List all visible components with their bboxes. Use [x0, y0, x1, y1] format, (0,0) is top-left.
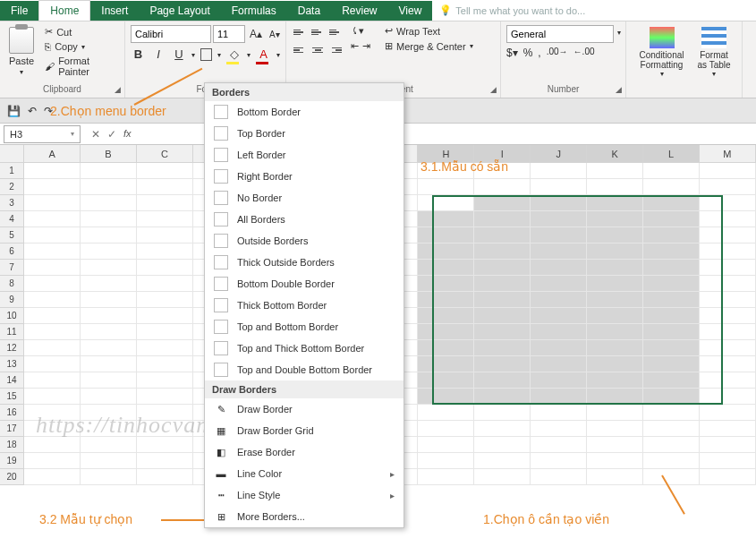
- border-option-tatbb[interactable]: Top and Thick Bottom Border: [205, 338, 403, 359]
- cell[interactable]: [643, 437, 700, 453]
- wrap-text-button[interactable]: ↩Wrap Text: [385, 25, 473, 37]
- cell[interactable]: [643, 356, 700, 372]
- border-option-nb[interactable]: No Border: [205, 187, 403, 209]
- cell[interactable]: [700, 437, 756, 453]
- cell[interactable]: [137, 308, 193, 324]
- cell[interactable]: [418, 469, 474, 485]
- cell[interactable]: [643, 244, 700, 260]
- cell[interactable]: [587, 211, 643, 227]
- save-button[interactable]: 💾: [7, 105, 21, 117]
- cell[interactable]: [24, 244, 81, 260]
- cell[interactable]: [587, 260, 643, 276]
- cell[interactable]: [700, 227, 756, 244]
- cell[interactable]: [700, 372, 756, 389]
- cell[interactable]: [587, 421, 643, 437]
- cell[interactable]: [587, 405, 643, 421]
- cell[interactable]: [700, 405, 756, 421]
- cell[interactable]: [137, 356, 193, 372]
- border-option-tob[interactable]: Thick Outside Borders: [205, 252, 403, 273]
- cell[interactable]: [418, 421, 474, 437]
- merge-center-button[interactable]: ⊞Merge & Center▾: [385, 40, 473, 52]
- cell[interactable]: [474, 356, 531, 372]
- cell[interactable]: [474, 211, 531, 227]
- tab-view[interactable]: View: [388, 1, 433, 21]
- format-painter-button[interactable]: 🖌Format Painter: [43, 55, 119, 78]
- cell[interactable]: [531, 469, 587, 485]
- cell[interactable]: [643, 292, 700, 308]
- tab-home[interactable]: Home: [38, 0, 90, 21]
- cell[interactable]: [24, 292, 81, 308]
- cell[interactable]: [137, 163, 193, 179]
- cell[interactable]: [474, 405, 531, 421]
- cell[interactable]: [474, 437, 531, 453]
- row-header[interactable]: 14: [0, 372, 24, 389]
- cell[interactable]: [24, 227, 81, 244]
- column-header[interactable]: J: [531, 145, 587, 163]
- column-header[interactable]: H: [418, 145, 474, 163]
- cell[interactable]: [24, 179, 81, 195]
- cell[interactable]: [137, 244, 193, 260]
- cell[interactable]: [531, 324, 587, 340]
- cell[interactable]: [24, 453, 81, 469]
- border-option-bb[interactable]: Bottom Border: [205, 101, 403, 123]
- shrink-font-button[interactable]: A▾: [267, 30, 283, 39]
- cell[interactable]: [137, 260, 193, 276]
- cell[interactable]: [700, 292, 756, 308]
- cell[interactable]: [700, 389, 756, 405]
- border-option-draw-4[interactable]: ┅Line Style▸: [205, 484, 403, 506]
- cell[interactable]: [418, 405, 474, 421]
- dialog-launcher-icon[interactable]: ◢: [488, 85, 498, 96]
- border-option-draw-5[interactable]: ⊞More Borders...: [205, 506, 403, 527]
- cell[interactable]: [137, 469, 193, 485]
- tab-review[interactable]: Review: [331, 1, 387, 21]
- cell[interactable]: [643, 469, 700, 485]
- cell[interactable]: [474, 276, 531, 292]
- cell[interactable]: [474, 389, 531, 405]
- cell[interactable]: [81, 324, 137, 340]
- cell[interactable]: [643, 276, 700, 292]
- row-header[interactable]: 11: [0, 324, 24, 340]
- align-bottom-button[interactable]: [327, 25, 344, 39]
- cell[interactable]: [700, 469, 756, 485]
- cell[interactable]: [81, 276, 137, 292]
- cell[interactable]: [474, 179, 531, 195]
- font-name-input[interactable]: [131, 25, 211, 43]
- row-header[interactable]: 15: [0, 389, 24, 405]
- cell[interactable]: [24, 356, 81, 372]
- cell[interactable]: [24, 163, 81, 179]
- name-box[interactable]: H3▾: [4, 125, 81, 143]
- row-header[interactable]: 16: [0, 405, 24, 421]
- indent-right-button[interactable]: ⇥: [362, 40, 370, 52]
- tab-page-layout[interactable]: Page Layout: [139, 1, 220, 21]
- cell[interactable]: [474, 453, 531, 469]
- number-format-select[interactable]: [506, 25, 614, 43]
- cell[interactable]: [531, 453, 587, 469]
- increase-decimal-button[interactable]: .00→: [547, 47, 568, 59]
- border-option-tb[interactable]: Top Border: [205, 123, 403, 144]
- cell[interactable]: [531, 276, 587, 292]
- cell[interactable]: [81, 389, 137, 405]
- fill-color-button[interactable]: ◇: [226, 47, 242, 63]
- cell[interactable]: [643, 260, 700, 276]
- cell[interactable]: [137, 453, 193, 469]
- tab-data[interactable]: Data: [287, 1, 331, 21]
- cell[interactable]: [587, 389, 643, 405]
- cell[interactable]: [137, 437, 193, 453]
- cell[interactable]: [587, 437, 643, 453]
- bold-button[interactable]: B: [131, 47, 146, 63]
- cell[interactable]: [700, 421, 756, 437]
- cell[interactable]: [474, 227, 531, 244]
- cell[interactable]: [643, 324, 700, 340]
- cell[interactable]: [474, 421, 531, 437]
- grow-font-button[interactable]: A▴: [247, 28, 265, 40]
- row-header[interactable]: 5: [0, 227, 24, 244]
- cell[interactable]: [643, 179, 700, 195]
- cell[interactable]: [587, 324, 643, 340]
- cell[interactable]: [643, 405, 700, 421]
- copy-button[interactable]: ⎘Copy▾: [43, 40, 119, 53]
- cell[interactable]: [531, 356, 587, 372]
- border-option-draw-2[interactable]: ◧Erase Border: [205, 441, 403, 463]
- cell[interactable]: [700, 195, 756, 211]
- cell[interactable]: [418, 453, 474, 469]
- row-header[interactable]: 19: [0, 453, 24, 469]
